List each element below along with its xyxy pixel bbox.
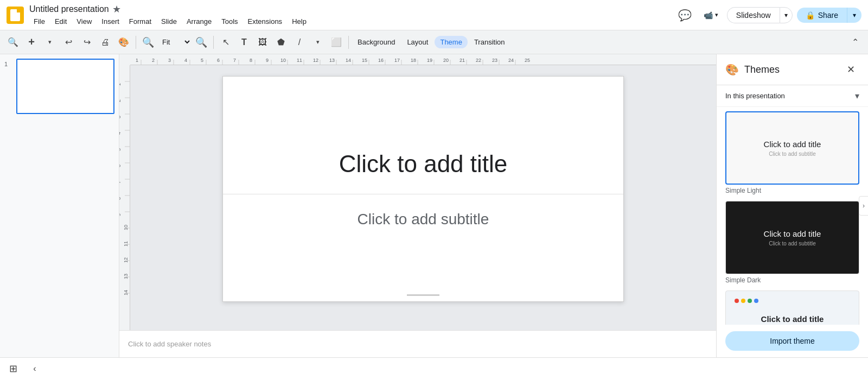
- layout-button[interactable]: Layout: [401, 36, 433, 48]
- zoom-select[interactable]: Fit 50% 75% 100% 125% 150% 200%: [158, 36, 192, 48]
- image-button[interactable]: 🖼: [254, 34, 271, 51]
- svg-text:12: 12: [123, 257, 129, 263]
- background-button[interactable]: Background: [352, 36, 400, 48]
- theme-item-simple-light[interactable]: Click to add title Click to add subtitle…: [725, 111, 859, 194]
- share-dropdown-button[interactable]: ▾: [847, 8, 861, 23]
- slide-subtitle-section[interactable]: Click to add subtitle: [223, 194, 623, 250]
- video-call-button[interactable]: 📹 ▾: [699, 9, 723, 22]
- slide-thumbnail[interactable]: [16, 59, 114, 114]
- close-icon: ✕: [847, 64, 855, 75]
- svg-text:9: 9: [266, 58, 269, 63]
- themes-panel-collapse-button[interactable]: ›: [859, 196, 868, 216]
- menu-bar: File Edit View Insert Format Slide Arran…: [29, 16, 311, 27]
- video-icon: 📹: [704, 11, 713, 20]
- menu-help[interactable]: Help: [288, 16, 311, 27]
- svg-text:3: 3: [168, 58, 171, 63]
- search-button[interactable]: 🔍: [4, 34, 22, 51]
- menu-extensions[interactable]: Extensions: [244, 16, 287, 27]
- collapse-panel-button[interactable]: ‹: [26, 360, 43, 377]
- menu-file[interactable]: File: [29, 16, 49, 27]
- theme-name-simple-dark: Simple Dark: [725, 276, 859, 284]
- textbox-icon: ⬜: [331, 37, 342, 47]
- streamer-dots: [735, 299, 758, 303]
- doc-title[interactable]: Untitled presentation: [29, 4, 109, 14]
- toolbar-collapse-button[interactable]: ⌃: [846, 34, 864, 51]
- redo-button[interactable]: ↪: [78, 34, 95, 51]
- image-icon: 🖼: [258, 37, 267, 47]
- svg-text:19: 19: [427, 58, 432, 63]
- star-icon[interactable]: ★: [112, 3, 121, 15]
- top-bar: Untitled presentation ★ File Edit View I…: [0, 0, 868, 30]
- add-button[interactable]: +: [23, 34, 40, 51]
- zoom-in-button[interactable]: 🔍: [193, 34, 210, 51]
- theme-light-subtitle: Click to add subtitle: [769, 151, 816, 157]
- themes-in-presentation-section: In this presentation ▾: [717, 85, 868, 107]
- theme-preview-simple-light[interactable]: Click to add title Click to add subtitle: [725, 111, 859, 185]
- menu-insert[interactable]: Insert: [97, 16, 124, 27]
- themes-section-label[interactable]: In this presentation ▾: [725, 91, 859, 101]
- svg-text:9: 9: [119, 213, 122, 216]
- import-theme-button[interactable]: Import theme: [725, 331, 859, 351]
- themes-palette-icon: 🎨: [725, 63, 739, 76]
- shapes-button[interactable]: ⬟: [272, 34, 290, 51]
- notes-area[interactable]: Click to add speaker notes: [119, 330, 716, 357]
- slide-canvas-inner[interactable]: Click to add title Click to add subtitle: [130, 65, 716, 330]
- menu-view[interactable]: View: [72, 16, 96, 27]
- theme-item-streamline[interactable]: Click to add title: [725, 290, 859, 325]
- theme-light-title: Click to add title: [758, 140, 827, 149]
- menu-tools[interactable]: Tools: [217, 16, 242, 27]
- print-button[interactable]: 🖨: [97, 34, 114, 51]
- theme-button[interactable]: Theme: [435, 36, 467, 48]
- slide-number: 1: [4, 59, 13, 67]
- menu-slide[interactable]: Slide: [157, 16, 181, 27]
- zoom-out-button[interactable]: 🔍: [139, 34, 157, 51]
- add-caret-button[interactable]: ▾: [41, 34, 59, 51]
- transition-button[interactable]: Transition: [469, 36, 510, 48]
- undo-button[interactable]: ↩: [60, 34, 77, 51]
- slide-subtitle[interactable]: Click to add subtitle: [256, 211, 591, 228]
- svg-text:18: 18: [411, 58, 416, 63]
- red-dot: [735, 299, 739, 303]
- slideshow-dropdown-button[interactable]: ▾: [780, 7, 793, 23]
- lines-caret-icon: ▾: [316, 39, 320, 46]
- app-icon-inner: [10, 9, 20, 21]
- slideshow-button[interactable]: Slideshow: [727, 7, 780, 23]
- slide-title-section[interactable]: Click to add title: [223, 129, 623, 194]
- theme-preview-simple-dark[interactable]: Click to add title Click to add subtitle: [725, 201, 859, 274]
- svg-text:8: 8: [250, 58, 252, 63]
- menu-edit[interactable]: Edit: [50, 16, 71, 27]
- cursor-button[interactable]: ↖: [217, 34, 234, 51]
- svg-text:3: 3: [119, 116, 122, 118]
- menu-arrange[interactable]: Arrange: [182, 16, 216, 27]
- text-button[interactable]: T: [235, 34, 253, 51]
- app-icon: [7, 7, 24, 24]
- menu-format[interactable]: Format: [125, 16, 156, 27]
- toolbar: 🔍 + ▾ ↩ ↪ 🖨 🎨 🔍 Fit 50% 75% 100% 125% 15…: [0, 30, 868, 54]
- slide-main[interactable]: Click to add title Click to add subtitle: [222, 76, 624, 302]
- textbox-button[interactable]: ⬜: [328, 34, 345, 51]
- format-paint-button[interactable]: 🎨: [115, 34, 132, 51]
- svg-text:16: 16: [378, 58, 384, 63]
- lines-caret-button[interactable]: ▾: [309, 34, 327, 51]
- svg-text:7: 7: [119, 181, 122, 184]
- svg-text:8: 8: [119, 197, 122, 200]
- print-icon: 🖨: [101, 37, 110, 47]
- theme-item-simple-dark[interactable]: Click to add title Click to add subtitle…: [725, 201, 859, 284]
- svg-text:7: 7: [233, 58, 236, 63]
- share-button[interactable]: 🔒 Share: [797, 8, 847, 23]
- slide-title[interactable]: Click to add title: [256, 150, 591, 178]
- lines-icon: /: [298, 37, 301, 47]
- themes-close-button[interactable]: ✕: [842, 61, 859, 78]
- svg-text:2: 2: [152, 58, 155, 63]
- theme-streamer-title: Click to add title: [756, 314, 829, 324]
- notes-placeholder: Click to add speaker notes: [128, 340, 211, 348]
- chevron-right-icon: ›: [863, 202, 865, 210]
- lines-button[interactable]: /: [291, 34, 308, 51]
- theme-preview-streamline[interactable]: Click to add title: [725, 290, 859, 325]
- svg-text:20: 20: [443, 58, 449, 63]
- grid-view-button[interactable]: ⊞: [4, 360, 22, 377]
- svg-text:14: 14: [123, 290, 129, 295]
- svg-text:22: 22: [476, 58, 481, 63]
- chat-icon-button[interactable]: 💬: [675, 5, 695, 25]
- canvas-area: 1 2 3 4 5 6 7 8 9 10 11 12 13 14: [119, 54, 716, 357]
